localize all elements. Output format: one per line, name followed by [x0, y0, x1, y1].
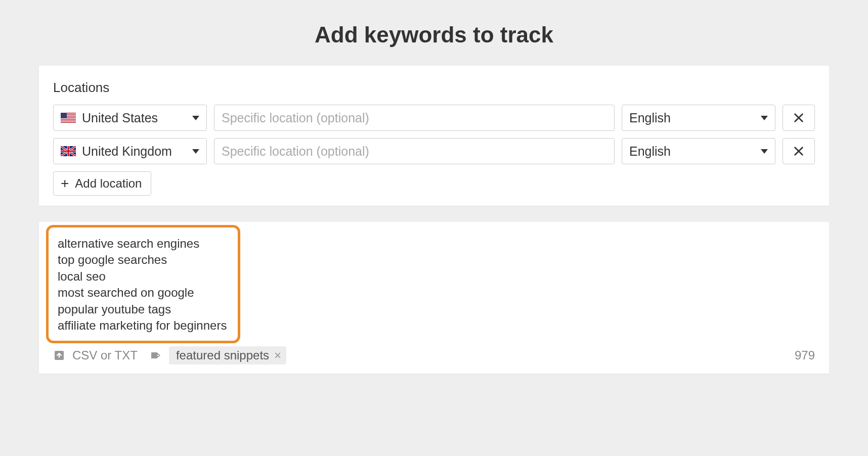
upload-icon[interactable] — [53, 349, 65, 361]
country-select[interactable]: United Kingdom — [53, 138, 207, 164]
flag-us-icon — [61, 113, 76, 123]
specific-location-input[interactable] — [222, 105, 607, 130]
add-location-label: Add location — [75, 176, 142, 191]
keywords-textarea[interactable]: alternative search engines top google se… — [46, 225, 240, 343]
keyword-line: most searched on google — [58, 285, 227, 301]
svg-rect-7 — [61, 113, 67, 118]
locations-label: Locations — [53, 80, 815, 96]
add-location-button[interactable]: + Add location — [53, 171, 151, 196]
close-icon — [793, 112, 804, 123]
keyword-line: popular youtube tags — [58, 301, 227, 317]
language-select[interactable]: English — [622, 138, 775, 164]
tag-icon[interactable] — [150, 349, 162, 361]
specific-location-input-wrap — [214, 105, 615, 131]
location-row: United Kingdom English — [53, 138, 815, 164]
country-label: United States — [82, 111, 158, 125]
chevron-down-icon — [192, 149, 199, 154]
chevron-down-icon — [192, 116, 199, 120]
country-select[interactable]: United States — [53, 105, 207, 131]
remove-location-button[interactable] — [783, 138, 815, 164]
flag-uk-icon — [61, 146, 76, 156]
language-label: English — [629, 144, 671, 159]
page-title: Add keywords to track — [0, 0, 868, 66]
tag-chip[interactable]: featured snippets × — [169, 346, 286, 364]
upload-hint[interactable]: CSV or TXT — [72, 348, 138, 362]
svg-rect-5 — [61, 120, 76, 121]
language-label: English — [629, 111, 671, 125]
language-select[interactable]: English — [622, 105, 775, 131]
chevron-down-icon — [761, 149, 768, 154]
svg-rect-12 — [61, 151, 76, 152]
plus-icon: + — [61, 176, 69, 191]
location-row: United States English — [53, 105, 815, 131]
keyword-line: top google searches — [58, 252, 227, 268]
svg-rect-6 — [61, 121, 76, 122]
keywords-card: alternative search engines top google se… — [39, 222, 829, 374]
tag-remove-icon[interactable]: × — [274, 348, 281, 362]
svg-point-14 — [157, 354, 159, 356]
keyword-counter: 979 — [795, 348, 815, 362]
chevron-down-icon — [761, 116, 768, 120]
keywords-footer: CSV or TXT featured snippets × 979 — [39, 339, 829, 374]
tag-label: featured snippets — [176, 348, 269, 362]
svg-rect-4 — [61, 118, 76, 119]
keyword-line: affiliate marketing for beginners — [58, 317, 227, 334]
close-icon — [793, 146, 804, 157]
locations-card: Locations United States English — [39, 66, 829, 206]
country-label: United Kingdom — [82, 144, 172, 159]
specific-location-input[interactable] — [222, 139, 607, 164]
keyword-line: alternative search engines — [58, 236, 227, 252]
remove-location-button[interactable] — [783, 105, 815, 131]
specific-location-input-wrap — [214, 138, 615, 164]
keyword-line: local seo — [58, 268, 227, 285]
